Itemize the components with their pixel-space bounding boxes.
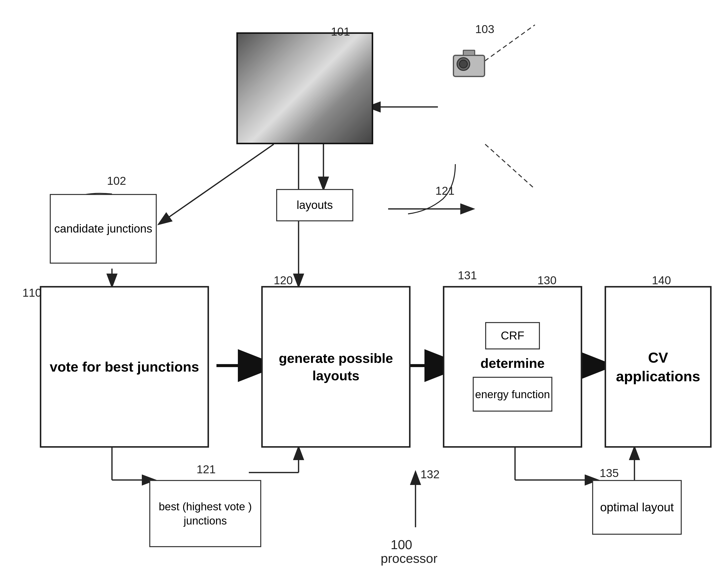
camera-icon	[453, 50, 485, 79]
label-131: 131	[458, 269, 477, 282]
label-121-top: 121	[435, 184, 455, 198]
energy-function-box: energy function	[473, 377, 552, 412]
layouts-box: layouts	[276, 189, 353, 221]
label-120: 120	[274, 274, 293, 287]
generate-possible-layouts-box: generate possible layouts	[261, 286, 410, 448]
label-135: 135	[600, 466, 619, 480]
determine-box: CRF determine energy function	[443, 286, 582, 448]
label-121-bot: 121	[197, 463, 216, 476]
svg-line-20	[485, 144, 535, 189]
cv-applications-box: CV applications	[605, 286, 712, 448]
label-140: 140	[652, 274, 671, 287]
candidate-junctions-box: candidate junctions	[50, 194, 157, 264]
label-processor: processor	[381, 551, 437, 566]
diagram-container: candidate junctions layouts vote for bes…	[0, 0, 728, 575]
label-110: 110	[23, 286, 41, 299]
label-102: 102	[107, 174, 126, 188]
label-132: 132	[421, 468, 440, 481]
label-130: 130	[537, 274, 557, 287]
vote-for-best-junctions-box: vote for best junctions	[40, 286, 209, 448]
label-100: 100	[391, 537, 412, 552]
svg-line-3	[159, 144, 274, 224]
crf-box: CRF	[485, 322, 540, 349]
optimal-layout-box: optimal layout	[592, 480, 682, 535]
best-junctions-box: best (highest vote ) junctions	[149, 480, 261, 547]
image-box	[236, 32, 373, 144]
label-101: 101	[331, 25, 350, 38]
label-103: 103	[475, 22, 494, 36]
